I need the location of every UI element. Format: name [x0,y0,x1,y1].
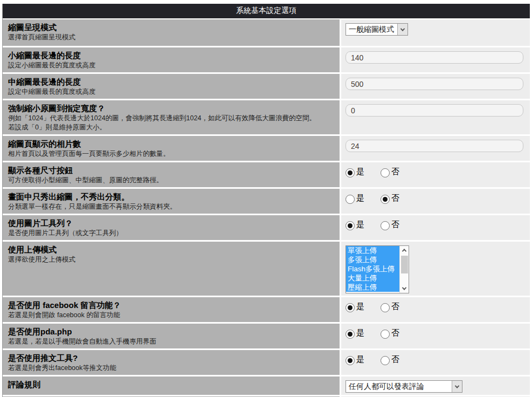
row-medium-thumb-size: 中縮圖最長邊的長度 設定中縮圖最長的寬度或高度 [3,74,530,100]
option-single-upload[interactable]: 單張上傳 [346,246,399,255]
radio-yes[interactable] [346,356,355,365]
small-thumb-size-input[interactable] [346,51,523,64]
setting-title: 中縮圖最長邊的長度 [8,77,334,87]
setting-desc: 可方便取得小型縮圖、中型縮圖、原圖的完整路徑。 [8,176,334,185]
photos-per-page-input[interactable] [346,140,523,152]
option-flash-multi-upload[interactable]: Flash多張上傳 [346,264,399,273]
scroll-down-icon[interactable] [400,284,409,293]
thumbnail-mode-select[interactable]: 一般縮圖模式 [346,23,408,36]
radio-yes[interactable] [346,168,355,177]
medium-thumb-size-input[interactable] [346,78,523,90]
setting-title: 畫面中只秀出縮圖，不秀出分類。 [8,191,334,202]
setting-desc: 例如「1024」代表長邊大於1024的圖，會強制將其長邊縮到1024，如此可以有… [8,114,334,123]
settings-table: 系統基本設定選項 縮圖呈現模式 選擇首頁縮圖呈現模式 一般縮圖模式 小縮圖最長邊… [2,4,530,397]
radio-group: 是 否 [346,166,526,178]
radio-group: 是 否 [346,193,526,204]
setting-title: 強制縮小原圖到指定寬度？ [8,103,334,114]
radio-no[interactable] [381,330,390,339]
row-only-thumbs: 畫面中只秀出縮圖，不秀出分類。 分類選單一樣存在，只是縮圖畫面不再顯示分類資料夾… [3,189,530,215]
radio-group: 是 否 [346,219,526,231]
setting-title: 顯示各種尺寸按鈕 [8,165,334,176]
upload-modes-multiselect[interactable]: 單張上傳 多張上傳 Flash多張上傳 大量上傳 壓縮上傳 [346,245,409,293]
setting-desc: 選擇欲使用之上傳模式 [8,255,334,264]
row-pda-php: 是否使用pda.php 若選是，若是以手機開啟會自動進入手機專用界面 是 否 [3,324,530,350]
setting-title: 縮圖呈現模式 [8,22,334,33]
radio-no[interactable] [381,356,390,365]
comment-rules-select[interactable]: 任何人都可以發表評論 [346,380,462,393]
radio-no[interactable] [381,221,390,230]
setting-title: 評論規則 [8,379,334,390]
row-show-size-buttons: 顯示各種尺寸按鈕 可方便取得小型縮圖、中型縮圖、原圖的完整路徑。 是 否 [3,162,530,189]
setting-desc: 若選是則會秀出facebook等推文功能 [8,364,334,373]
setting-desc: 設定中縮圖最長的寬度或高度 [8,87,334,97]
setting-desc: 設定小縮圖最長的寬度或高度 [8,61,334,70]
setting-desc: 若選是則會開啟 facebook 的留言功能 [8,311,334,320]
radio-group: 是 否 [346,327,526,339]
row-image-toolbar: 使用圖片工具列？ 是否使用圖片工具列（或文字工具列） 是 否 [3,215,530,242]
setting-title: 使用上傳模式 [8,244,334,255]
setting-title: 是否使用pda.php [8,326,334,337]
row-facebook-comments: 是否使用 facebook 留言功能？ 若選是則會開啟 facebook 的留言… [3,297,530,324]
row-upload-modes: 使用上傳模式 選擇欲使用之上傳模式 單張上傳 多張上傳 Flash多張上傳 大量… [3,242,530,297]
row-share-tools: 是否使用推文工具? 若選是則會秀出facebook等推文功能 是 否 [3,350,530,377]
setting-desc: 是否使用圖片工具列（或文字工具列） [8,229,334,238]
setting-desc: 選擇首頁縮圖呈現模式 [8,33,334,42]
row-force-shrink-width: 強制縮小原圖到指定寬度？ 例如「1024」代表長邊大於1024的圖，會強制將其長… [3,100,530,136]
radio-no[interactable] [381,303,390,312]
setting-title: 縮圖頁顯示的相片數 [8,139,334,149]
setting-title: 使用圖片工具列？ [8,218,334,229]
setting-desc-line2: 若設成「0」則是維持原圖大小。 [8,123,334,132]
setting-title: 是否使用推文工具? [8,353,334,364]
radio-no[interactable] [381,195,390,204]
radio-group: 是 否 [346,354,526,366]
option-zip-upload[interactable]: 壓縮上傳 [346,283,399,292]
row-thumbnail-mode: 縮圖呈現模式 選擇首頁縮圖呈現模式 一般縮圖模式 [3,19,530,47]
setting-desc: 若選是，若是以手機開啟會自動進入手機專用界面 [8,337,334,346]
scrollbar[interactable] [399,246,409,293]
radio-no[interactable] [381,168,390,177]
radio-yes[interactable] [346,303,355,312]
radio-yes[interactable] [346,330,355,339]
setting-desc: 分類選單一樣存在，只是縮圖畫面不再顯示分類資料夾。 [8,202,334,211]
chevron-down-icon[interactable] [452,381,462,392]
radio-group: 是 否 [346,301,526,313]
force-shrink-width-input[interactable] [346,104,523,117]
radio-yes[interactable] [346,195,355,204]
setting-title: 小縮圖最長邊的長度 [8,50,334,61]
scrollbar-thumb[interactable] [401,256,408,273]
setting-title: 是否使用 facebook 留言功能？ [8,300,334,311]
row-small-thumb-size: 小縮圖最長邊的長度 設定小縮圖最長的寬度或高度 [3,47,530,74]
scroll-up-icon[interactable] [400,246,409,255]
radio-yes[interactable] [346,221,355,230]
section-header: 系統基本設定選項 [3,4,530,19]
option-multi-upload[interactable]: 多張上傳 [346,255,399,264]
row-comment-rules: 評論規則 任何人都可以發表評論 [3,377,530,396]
setting-desc: 相片首頁以及管理頁面每一頁要顯示多少相片的數量。 [8,149,334,159]
option-bulk-upload[interactable]: 大量上傳 [346,273,399,283]
chevron-down-icon[interactable] [397,24,407,35]
row-photos-per-page: 縮圖頁顯示的相片數 相片首頁以及管理頁面每一頁要顯示多少相片的數量。 [3,136,530,162]
